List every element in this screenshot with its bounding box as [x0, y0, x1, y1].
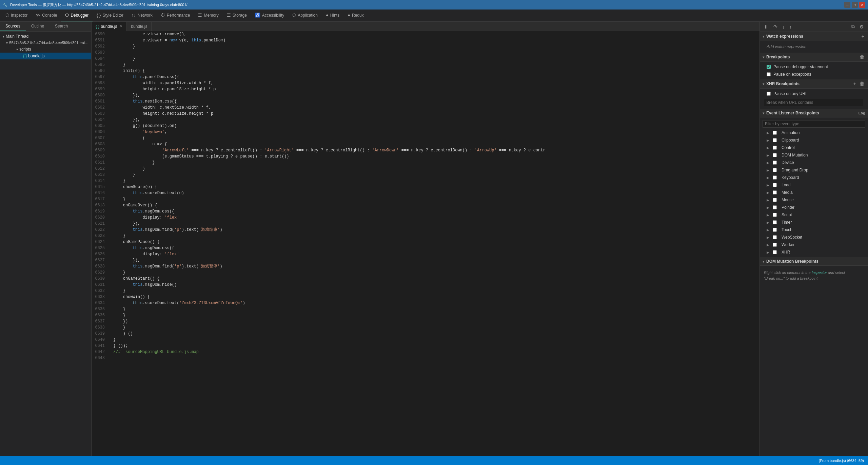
- event-group-checkbox[interactable]: [773, 235, 777, 239]
- event-group-item[interactable]: ▶Worker: [760, 241, 868, 248]
- xhr-pause-any-url[interactable]: Pause on any URL: [760, 90, 868, 97]
- tree-host[interactable]: ▾ 554743b5-21b2-47dd-a4a8-4ee5f09ef391.t…: [0, 40, 91, 46]
- add-xhr-breakpoint-button[interactable]: +: [852, 81, 857, 87]
- line-code[interactable]: }),: [109, 257, 760, 263]
- event-group-item[interactable]: ▶Load: [760, 181, 868, 189]
- window-minimize[interactable]: ─: [844, 2, 850, 8]
- event-group-item[interactable]: ▶Media: [760, 189, 868, 196]
- src-tab-search[interactable]: Search: [50, 22, 73, 31]
- event-group-item[interactable]: ▶Device: [760, 159, 868, 166]
- tab-storage[interactable]: ☰ Storage: [223, 10, 251, 21]
- line-code[interactable]: }: [109, 337, 760, 343]
- settings-icon[interactable]: ⚙: [858, 23, 865, 30]
- event-group-item[interactable]: ▶Timer: [760, 219, 868, 226]
- event-group-checkbox[interactable]: [773, 243, 777, 247]
- line-code[interactable]: ) (): [109, 331, 760, 337]
- event-group-checkbox[interactable]: [773, 168, 777, 172]
- line-code[interactable]: this.msgDom.find('p').text('游戏暂停'): [109, 263, 760, 269]
- event-group-item[interactable]: ▶Drag and Drop: [760, 166, 868, 174]
- line-code[interactable]: 'ArrowLeft' === n.key ? e.controlLeft() …: [109, 147, 760, 153]
- line-code[interactable]: }: [109, 312, 760, 318]
- step-in-icon[interactable]: ↓: [781, 23, 786, 30]
- line-code[interactable]: }: [109, 324, 760, 331]
- tree-main-thread[interactable]: ▾ Main Thread: [0, 33, 91, 40]
- line-code[interactable]: }: [109, 43, 760, 50]
- event-group-checkbox[interactable]: [773, 190, 777, 194]
- line-code[interactable]: showWin() {: [109, 294, 760, 300]
- event-group-checkbox[interactable]: [773, 220, 777, 224]
- tab-performance[interactable]: ⏱ Performance: [157, 10, 194, 21]
- line-code[interactable]: this.nextDom.css({: [109, 98, 760, 105]
- line-code[interactable]: (: [109, 135, 760, 141]
- line-code[interactable]: this.msgDom.css({: [109, 245, 760, 251]
- tab-debugger[interactable]: ⬡ Debugger: [61, 10, 93, 21]
- tab-application[interactable]: ⬡ Application: [288, 10, 322, 21]
- close-icon[interactable]: ✕: [120, 24, 122, 28]
- line-code[interactable]: }),: [109, 92, 760, 98]
- event-listener-breakpoints-header[interactable]: ▾ Event Listener Breakpoints Log: [760, 109, 868, 117]
- line-code[interactable]: width: c.panelSize.width * f,: [109, 80, 760, 86]
- line-code[interactable]: onGameOver() {: [109, 202, 760, 208]
- line-code[interactable]: this.msgDom.hide(): [109, 282, 760, 288]
- line-code[interactable]: }: [109, 160, 760, 166]
- code-editor[interactable]: 6590 e.viewer.remove(),6591 e.viewer = n…: [92, 31, 760, 456]
- line-code[interactable]: }): [109, 318, 760, 324]
- event-group-checkbox[interactable]: [773, 205, 777, 209]
- xhr-pause-checkbox[interactable]: [767, 92, 771, 96]
- line-code[interactable]: this.scoreDom.text(e): [109, 190, 760, 196]
- tab-network[interactable]: ↑↓ Network: [127, 10, 157, 21]
- event-group-item[interactable]: ▶WebSocket: [760, 234, 868, 241]
- src-tab-outline[interactable]: Outline: [26, 22, 50, 31]
- line-code[interactable]: e.viewer = new v(e, this.panelDom): [109, 37, 760, 43]
- line-code[interactable]: display: 'flex': [109, 251, 760, 257]
- line-code[interactable]: //# sourceMappingURL=bundle.js.map: [109, 349, 760, 355]
- tab-memory[interactable]: ☰ Memory: [194, 10, 222, 21]
- line-code[interactable]: this.panelDom.css({: [109, 74, 760, 80]
- event-group-item[interactable]: ▶DOM Mutation: [760, 151, 868, 159]
- line-code[interactable]: height: c.nextSize.height * p: [109, 111, 760, 117]
- event-group-checkbox[interactable]: [773, 250, 777, 254]
- line-code[interactable]: [109, 355, 760, 361]
- tree-folder-scripts[interactable]: ▾ scripts: [0, 46, 91, 53]
- pause-icon[interactable]: ⏸: [763, 23, 770, 30]
- delete-xhr-breakpoint-button[interactable]: 🗑: [859, 81, 865, 87]
- window-close[interactable]: ✕: [859, 2, 865, 8]
- dock-icon[interactable]: ⧉: [850, 23, 856, 30]
- breakpoints-header[interactable]: ▾ Breakpoints 🗑: [760, 53, 868, 62]
- line-code[interactable]: onGameStart() {: [109, 276, 760, 282]
- breakpoint-exceptions[interactable]: Pause on exceptions: [760, 71, 868, 78]
- tab-console[interactable]: ≫ Console: [32, 10, 61, 21]
- event-group-checkbox[interactable]: [773, 138, 777, 142]
- tab-style-editor[interactable]: { } Style Editor: [93, 10, 127, 21]
- line-code[interactable]: }: [109, 288, 760, 294]
- event-group-item[interactable]: ▶Animation: [760, 129, 868, 136]
- tab-hints[interactable]: ● Hints: [322, 10, 343, 21]
- line-code[interactable]: n => {: [109, 141, 760, 147]
- line-code[interactable]: }: [109, 196, 760, 202]
- tab-inspector[interactable]: ⬡ Inspector: [1, 10, 32, 21]
- line-code[interactable]: display: 'flex': [109, 215, 760, 221]
- line-code[interactable]: }: [109, 178, 760, 184]
- add-watch-button[interactable]: +: [861, 34, 865, 39]
- line-code[interactable]: init(e) {: [109, 68, 760, 74]
- line-code[interactable]: }: [109, 233, 760, 239]
- line-code[interactable]: (e.gameStatus === t.playing ? e.pause() …: [109, 153, 760, 160]
- breakpoint-debugger-checkbox[interactable]: [767, 65, 771, 69]
- event-filter-input[interactable]: [763, 120, 865, 128]
- event-group-item[interactable]: ▶XHR: [760, 248, 868, 256]
- editor-tab-bundlejs[interactable]: bundle.js: [127, 22, 152, 31]
- xhr-url-filter-input[interactable]: [764, 99, 864, 106]
- breakpoint-debugger-statement[interactable]: Pause on debugger statement: [760, 63, 868, 71]
- tab-redux[interactable]: ● Redux: [343, 10, 368, 21]
- line-code[interactable]: }: [109, 62, 760, 68]
- event-group-checkbox[interactable]: [773, 153, 777, 157]
- line-code[interactable]: } ());: [109, 343, 760, 349]
- event-group-checkbox[interactable]: [773, 228, 777, 232]
- line-code[interactable]: }: [109, 306, 760, 312]
- line-code[interactable]: }: [109, 172, 760, 178]
- event-group-item[interactable]: ▶Mouse: [760, 196, 868, 204]
- step-out-icon[interactable]: ↑: [788, 23, 793, 30]
- event-group-item[interactable]: ▶Clipboard: [760, 136, 868, 144]
- line-code[interactable]: [109, 50, 760, 56]
- event-group-checkbox[interactable]: [773, 175, 777, 180]
